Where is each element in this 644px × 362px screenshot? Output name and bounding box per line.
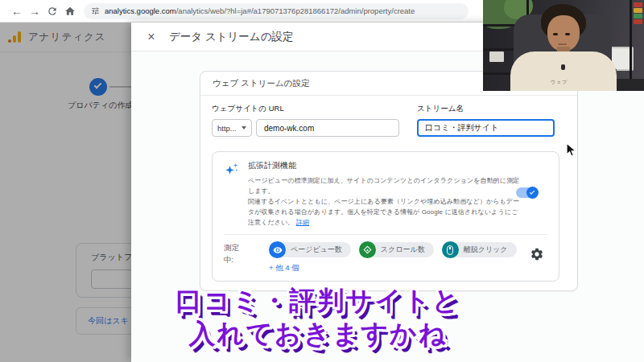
caption-line-1: 口コミ・評判サイトと (133, 284, 503, 317)
enhanced-toggle[interactable] (516, 187, 538, 198)
badge-label: ページビュー数 (278, 242, 351, 257)
website-url-input[interactable] (256, 119, 399, 137)
url-domain: analytics.google.com (105, 6, 176, 15)
toggle-knob (526, 187, 539, 199)
person-body: ウェブ (510, 51, 617, 91)
home-icon[interactable] (61, 6, 79, 17)
protocol-value: http... (217, 124, 237, 133)
more-badges-link[interactable]: + 他 4 個 (269, 263, 299, 274)
address-bar[interactable]: analytics.google.com/analytics/web/?hl=j… (84, 3, 469, 19)
shelf-frame (630, 0, 632, 91)
website-url-label: ウェブサイトの URL (212, 104, 399, 114)
reload-icon[interactable] (43, 6, 61, 17)
stream-name-label: ストリーム名 (417, 104, 558, 114)
shirt-text: ウェブ (551, 79, 568, 86)
mouse-cursor (566, 142, 577, 161)
enhanced-description: ページビューの標準測定に加え、サイトのコンテンツとのインタラクションを自動的に測… (248, 175, 522, 228)
mouse-icon (442, 241, 459, 258)
screen: ← → analytics.google.com/analytics/web/?… (0, 0, 644, 362)
divider (224, 234, 547, 235)
badge-label: スクロール数 (368, 242, 434, 257)
caption-line-2: 入れておきますかね (133, 317, 503, 350)
stream-name-group: ストリーム名 (417, 102, 558, 137)
measuring-label: 測定中: (224, 241, 248, 274)
badge-label: 離脱クリック (451, 242, 517, 257)
measurement-badges: ページビュー数 スクロール数 離脱クリック (269, 241, 547, 258)
caption-overlay: 口コミ・評判サイトと 入れておきますかね (133, 284, 503, 350)
badge-pageviews: ページビュー数 (269, 241, 351, 258)
webcam-overlay: ウェブ (483, 0, 644, 91)
website-url-group: ウェブサイトの URL http... (212, 102, 399, 137)
back-icon[interactable]: ← (8, 1, 26, 22)
badge-outbound-clicks: 離脱クリック (442, 241, 517, 258)
stream-name-input[interactable] (417, 119, 555, 137)
detail-link[interactable]: 詳細 (296, 219, 309, 226)
enhanced-measurement-card: 拡張計測機能 ページビューの標準測定に加え、サイトのコンテンツとのインタラクショ… (212, 151, 559, 282)
url-path: /analytics/web/?hl=ja#/a179071376p281866… (176, 6, 415, 15)
enhanced-desc-2: 関連するイベントとともに、ページ上にある要素（リンクや埋め込み動画など）からもデ… (248, 198, 519, 226)
protocol-select[interactable]: http... (212, 119, 252, 137)
gear-icon[interactable] (530, 247, 544, 261)
web-stream-card: ウェブ ストリームの設定 ウェブサイトの URL http... ストリーム名 (200, 71, 578, 291)
modal-title: データ ストリームの設定 (169, 30, 293, 44)
eye-icon (269, 241, 286, 258)
sparkle-icon (224, 160, 242, 228)
modal-scrim[interactable] (0, 23, 131, 362)
shelf-item (489, 51, 504, 62)
mic-clip (561, 64, 565, 70)
enhanced-title: 拡張計測機能 (248, 160, 522, 171)
enhanced-desc-1: ページビューの標準測定に加え、サイトのコンテンツとのインタラクションを自動的に測… (248, 177, 519, 195)
chevron-down-icon (242, 126, 246, 130)
badge-scrolls: スクロール数 (359, 241, 434, 258)
forward-icon[interactable]: → (26, 1, 43, 22)
site-settings-icon (91, 6, 100, 15)
fields-row: ウェブサイトの URL http... ストリーム名 (200, 96, 577, 137)
scroll-icon (359, 241, 376, 258)
background-page: アナリティクス プロパティの作成 プラットフ 今回はスキ (0, 23, 131, 362)
close-icon[interactable]: × (143, 30, 159, 44)
colored-books (634, 2, 642, 24)
